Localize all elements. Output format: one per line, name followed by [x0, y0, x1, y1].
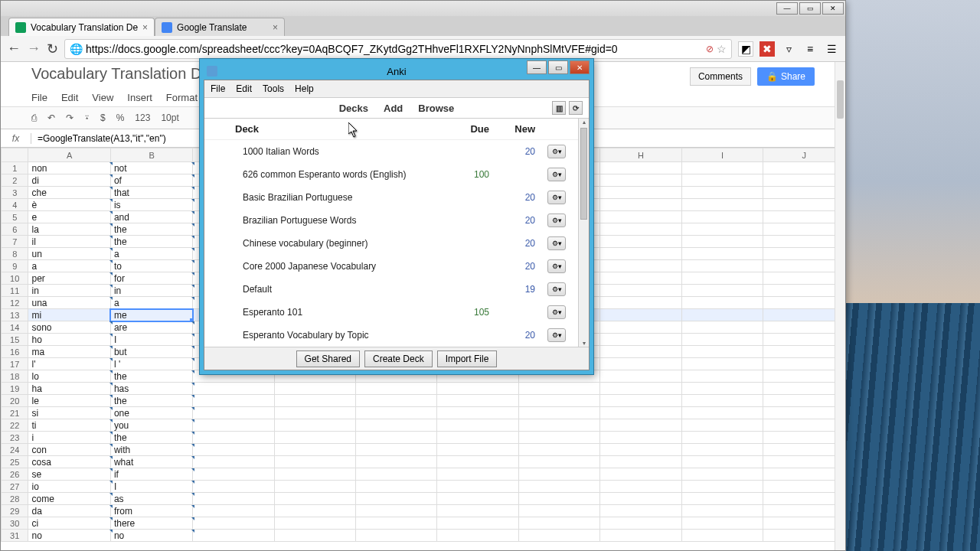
cell[interactable] — [763, 223, 845, 236]
cell[interactable] — [763, 358, 845, 370]
cell[interactable] — [437, 481, 518, 493]
cell[interactable] — [681, 321, 763, 334]
cell[interactable] — [274, 432, 355, 444]
cell[interactable] — [518, 481, 599, 493]
cell[interactable] — [681, 174, 763, 187]
chrome-maximize-button[interactable]: ▭ — [799, 2, 821, 15]
chrome-menu-icon[interactable]: ☰ — [824, 41, 839, 57]
cell[interactable] — [681, 187, 763, 199]
cell[interactable] — [356, 530, 437, 542]
cell[interactable] — [600, 530, 682, 542]
cell[interactable] — [193, 444, 274, 456]
row-number[interactable]: 14 — [2, 321, 28, 334]
cell[interactable] — [437, 444, 518, 456]
cell[interactable] — [193, 468, 274, 481]
row-number[interactable]: 23 — [2, 432, 28, 444]
cell[interactable] — [518, 407, 599, 419]
cell[interactable] — [681, 358, 763, 370]
cell[interactable] — [437, 407, 518, 419]
cell[interactable]: di — [28, 174, 110, 187]
deck-options-button[interactable]: ⚙▾ — [547, 328, 566, 342]
deck-row[interactable]: Esperanto 101105⚙▾ — [204, 301, 589, 324]
cell[interactable] — [518, 468, 599, 481]
cell[interactable]: che — [28, 187, 110, 199]
row-number[interactable]: 13 — [2, 309, 28, 321]
cell[interactable] — [600, 505, 682, 517]
cell[interactable]: il — [28, 236, 110, 248]
cell[interactable]: ti — [28, 419, 110, 432]
row-number[interactable]: 22 — [2, 419, 28, 432]
cell[interactable] — [763, 383, 845, 395]
row-number[interactable]: 28 — [2, 493, 28, 505]
cell[interactable]: le — [28, 395, 110, 407]
anki-menu-file[interactable]: File — [211, 83, 225, 94]
cell[interactable]: per — [28, 272, 110, 285]
cell[interactable] — [600, 272, 682, 285]
cell[interactable] — [600, 432, 682, 444]
anki-menu-help[interactable]: Help — [295, 83, 314, 94]
deck-options-button[interactable]: ⚙▾ — [547, 282, 566, 296]
scrollbar-thumb[interactable] — [837, 80, 844, 119]
tab-vocabulary-sheet[interactable]: Vocabulary Translation De × — [8, 18, 155, 36]
row-number[interactable]: 4 — [2, 199, 28, 211]
cell[interactable]: no — [110, 530, 192, 542]
cell[interactable] — [600, 162, 682, 174]
cell[interactable] — [437, 419, 518, 432]
cell[interactable] — [681, 493, 763, 505]
chrome-close-button[interactable]: ✕ — [822, 2, 844, 15]
cell[interactable] — [763, 199, 845, 211]
cell[interactable]: but — [110, 346, 192, 358]
cell[interactable] — [437, 456, 518, 468]
cell[interactable] — [681, 468, 763, 481]
cell[interactable]: no — [28, 530, 110, 542]
cell[interactable] — [600, 517, 682, 530]
cell[interactable]: for — [110, 272, 192, 285]
cell[interactable] — [681, 334, 763, 346]
cell[interactable] — [600, 211, 682, 223]
cell[interactable]: la — [28, 223, 110, 236]
cell[interactable] — [356, 481, 437, 493]
cell[interactable]: l' — [28, 358, 110, 370]
cell[interactable] — [681, 407, 763, 419]
cell[interactable]: con — [28, 444, 110, 456]
cell[interactable] — [518, 432, 599, 444]
row-number[interactable]: 6 — [2, 223, 28, 236]
cell[interactable]: come — [28, 493, 110, 505]
cell[interactable] — [600, 297, 682, 309]
cell[interactable] — [600, 481, 682, 493]
cell[interactable] — [681, 481, 763, 493]
cell[interactable] — [600, 199, 682, 211]
undo-icon[interactable]: ↶ — [47, 112, 55, 123]
deck-row[interactable]: Esperanto Vocabulary by Topic20⚙▾ — [204, 324, 589, 347]
cell[interactable] — [763, 407, 845, 419]
cell[interactable]: I — [110, 481, 192, 493]
cell[interactable]: ci — [28, 517, 110, 530]
cell[interactable] — [681, 211, 763, 223]
cell[interactable] — [356, 505, 437, 517]
cell[interactable] — [600, 456, 682, 468]
deck-row[interactable]: 1000 Italian Words20⚙▾ — [204, 140, 589, 163]
cell[interactable] — [763, 493, 845, 505]
bookmark-icon[interactable]: ☆ — [717, 43, 727, 55]
cell[interactable]: the — [110, 236, 192, 248]
cell[interactable] — [193, 530, 274, 542]
cell[interactable] — [600, 334, 682, 346]
cell[interactable] — [681, 272, 763, 285]
cell[interactable] — [763, 456, 845, 468]
cell[interactable] — [681, 395, 763, 407]
sheet-row[interactable]: 21sione — [2, 407, 845, 419]
cell[interactable] — [274, 517, 355, 530]
cell[interactable]: i — [28, 432, 110, 444]
cell[interactable] — [763, 285, 845, 297]
number-format-button[interactable]: 123 — [135, 112, 150, 123]
cell[interactable] — [681, 223, 763, 236]
deck-options-button[interactable]: ⚙▾ — [547, 214, 566, 227]
redo-icon[interactable]: ↷ — [66, 112, 74, 123]
cell[interactable]: me — [110, 309, 192, 321]
stats-icon[interactable]: ▥ — [552, 101, 566, 115]
cell[interactable] — [356, 444, 437, 456]
col-header[interactable]: I — [681, 148, 763, 162]
cell[interactable] — [600, 383, 682, 395]
cell[interactable]: with — [110, 444, 192, 456]
cell[interactable] — [193, 456, 274, 468]
